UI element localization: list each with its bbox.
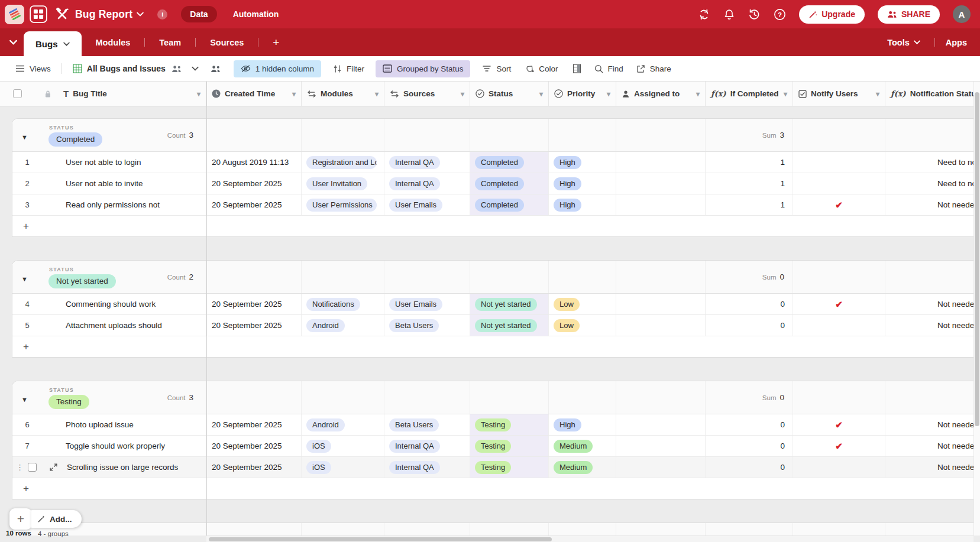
modules-cell[interactable]: User Permissions <box>302 194 384 215</box>
collapse-chevron-icon[interactable] <box>9 40 17 45</box>
if-completed-cell[interactable]: 1 <box>706 173 793 194</box>
if-completed-cell[interactable]: 1 <box>706 152 793 173</box>
sources-cell[interactable]: Beta Users <box>384 414 470 435</box>
view-switch-chevron-icon[interactable] <box>192 66 199 71</box>
share-button[interactable]: SHARE <box>878 5 940 24</box>
stack-title-chevron-icon[interactable] <box>137 12 144 17</box>
status-cell[interactable]: Completed <box>470 194 549 215</box>
share-view-button[interactable]: Share <box>636 64 671 73</box>
created-time-cell[interactable]: 20 September 2025 <box>206 315 302 336</box>
assigned-to-cell[interactable] <box>616 294 706 314</box>
notification-status-cell[interactable]: Not needed <box>885 436 980 456</box>
priority-cell[interactable]: Low <box>549 315 616 336</box>
status-cell[interactable]: Testing <box>470 457 549 478</box>
modules-cell[interactable]: Android <box>302 315 384 336</box>
column-menu-caret-icon[interactable]: ▾ <box>292 90 296 98</box>
vertical-scrollbar-thumb[interactable] <box>975 92 979 426</box>
notification-status-cell[interactable]: Not needed <box>885 457 980 478</box>
modules-cell[interactable]: User Invitation <box>302 173 384 194</box>
notify-users-cell[interactable]: ✔ <box>793 315 885 336</box>
tab-data[interactable]: Data <box>181 6 216 22</box>
column-menu-caret-icon[interactable]: ▾ <box>375 90 379 98</box>
horizontal-scrollbar[interactable] <box>206 535 973 542</box>
view-collaborators-icon[interactable] <box>172 65 182 73</box>
color-button[interactable]: Color <box>525 64 558 73</box>
column-modules[interactable]: Modules ▾ <box>302 82 384 106</box>
filter-button[interactable]: Filter <box>333 64 364 73</box>
priority-cell[interactable]: Medium <box>549 457 616 478</box>
help-icon[interactable]: ? <box>774 8 786 21</box>
table-row[interactable]: 6Photo upload issue 20 September 2025 An… <box>12 414 980 436</box>
table-row[interactable]: 4Commenting should work 20 September 202… <box>12 294 980 315</box>
tab-bugs[interactable]: Bugs <box>24 31 82 56</box>
priority-cell[interactable]: High <box>549 173 616 194</box>
priority-cell[interactable]: Low <box>549 294 616 314</box>
find-button[interactable]: Find <box>594 64 623 73</box>
priority-cell[interactable]: High <box>549 152 616 173</box>
hidden-columns-button[interactable]: 1 hidden column <box>234 60 321 77</box>
notification-status-cell[interactable]: Not needed <box>885 294 980 314</box>
table-row[interactable]: 7Toggle should work properly 20 Septembe… <box>12 436 980 457</box>
share-view-people-icon[interactable] <box>211 65 221 73</box>
group-collapse-caret-icon[interactable]: ▼ <box>21 275 28 283</box>
status-cell[interactable]: Not yet started <box>470 315 549 336</box>
notifications-bell-icon[interactable] <box>723 8 735 21</box>
group-value-pill[interactable]: Not yet started <box>48 274 116 288</box>
table-row[interactable]: 5Attachment uploads should 20 September … <box>12 315 980 336</box>
group-collapse-caret-icon[interactable]: ▼ <box>21 396 28 403</box>
created-time-cell[interactable]: 20 September 2025 <box>206 414 302 435</box>
bug-title-cell[interactable]: Photo upload issue <box>66 420 134 429</box>
stack-title[interactable]: Bug Report <box>75 8 132 21</box>
modules-cell[interactable]: Notifications <box>302 294 384 314</box>
priority-cell[interactable]: High <box>549 194 616 215</box>
group-value-pill[interactable]: Completed <box>48 132 102 147</box>
created-time-cell[interactable]: 20 September 2025 <box>206 194 302 215</box>
column-priority[interactable]: Priority ▾ <box>549 82 616 106</box>
sources-cell[interactable]: Internal QA <box>384 457 470 478</box>
assigned-to-cell[interactable] <box>616 457 706 478</box>
notify-users-cell[interactable]: ✔ <box>793 152 885 173</box>
sources-cell[interactable]: Beta Users <box>384 315 470 336</box>
horizontal-scrollbar-thumb[interactable] <box>209 537 552 541</box>
column-if-completed[interactable]: ƒ(x) If Completed ▾ <box>706 82 793 106</box>
select-all-checkbox[interactable] <box>13 89 22 98</box>
add-record-row[interactable]: + <box>12 216 980 236</box>
created-time-cell[interactable]: 20 September 2025 <box>206 436 302 456</box>
column-menu-caret-icon[interactable]: ▾ <box>197 90 200 98</box>
table-row[interactable]: 3Read only permissions not 20 September … <box>12 194 980 216</box>
upgrade-button[interactable]: Upgrade <box>799 5 865 24</box>
created-time-cell[interactable]: 20 September 2025 <box>206 457 302 478</box>
column-menu-caret-icon[interactable]: ▾ <box>539 90 543 98</box>
column-menu-caret-icon[interactable]: ▾ <box>607 90 610 98</box>
column-menu-caret-icon[interactable]: ▾ <box>876 90 879 98</box>
add-record-row[interactable]: + <box>12 478 980 499</box>
tab-team[interactable]: Team <box>159 38 181 47</box>
created-time-cell[interactable]: 20 September 2025 <box>206 294 302 314</box>
priority-cell[interactable]: High <box>549 414 616 435</box>
row-height-button[interactable] <box>573 64 581 73</box>
notify-users-cell[interactable]: ✔ <box>793 194 885 215</box>
bug-title-cell[interactable]: Read only permissions not <box>66 200 160 209</box>
vertical-scrollbar[interactable] <box>973 82 980 535</box>
notification-status-cell[interactable]: Not needed <box>885 315 980 336</box>
column-notification-status[interactable]: ƒ(x) Notification Status <box>885 82 980 106</box>
column-created-time[interactable]: Created Time ▾ <box>206 82 302 106</box>
status-cell[interactable]: Not yet started <box>470 294 549 314</box>
bug-title-cell[interactable]: Commenting should work <box>66 300 156 309</box>
stackby-logo[interactable] <box>5 5 24 24</box>
column-status[interactable]: Status ▾ <box>470 82 549 106</box>
history-icon[interactable] <box>748 8 761 21</box>
views-button[interactable]: Views <box>15 64 51 73</box>
bug-title-cell[interactable]: Toggle should work properly <box>66 442 165 450</box>
assigned-to-cell[interactable] <box>616 194 706 215</box>
group-value-pill[interactable]: Testing <box>48 395 89 409</box>
add-menu-button[interactable]: Add... <box>31 510 82 528</box>
if-completed-cell[interactable]: 0 <box>706 294 793 314</box>
column-bug-title[interactable]: T Bug Title ▾ <box>0 82 206 106</box>
tab-modules[interactable]: Modules <box>96 38 131 47</box>
assigned-to-cell[interactable] <box>616 414 706 435</box>
notify-users-cell[interactable]: ✔ <box>793 173 885 194</box>
column-sources[interactable]: Sources ▾ <box>384 82 470 106</box>
assigned-to-cell[interactable] <box>616 436 706 456</box>
column-notify-users[interactable]: Notify Users ▾ <box>793 82 885 106</box>
